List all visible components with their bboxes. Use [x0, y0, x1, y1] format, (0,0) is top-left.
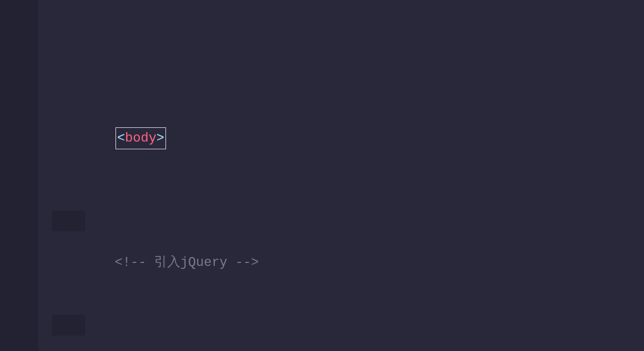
- tag-close-bracket: >: [157, 131, 164, 146]
- code-line[interactable]: <body>: [5, 86, 644, 106]
- comment-text: 引入jQuery: [146, 255, 236, 270]
- comment-close: -->: [235, 255, 259, 270]
- indent-guide: [52, 315, 85, 336]
- comment-open: <!--: [115, 255, 146, 270]
- code-editor[interactable]: <body> <!-- 引入jQuery --> <script src="ht…: [0, 0, 644, 351]
- indent-guide: [52, 211, 85, 231]
- code-line[interactable]: <!-- 引入jQuery -->: [5, 190, 644, 211]
- tag-open-bracket: <: [117, 131, 125, 146]
- tag-body: body: [125, 131, 157, 146]
- code-area[interactable]: <body> <!-- 引入jQuery --> <script src="ht…: [0, 2, 644, 351]
- code-line[interactable]: <script src="https://code.jquery.com/jqu…: [5, 294, 644, 315]
- cursor-indicator: <body>: [115, 127, 166, 149]
